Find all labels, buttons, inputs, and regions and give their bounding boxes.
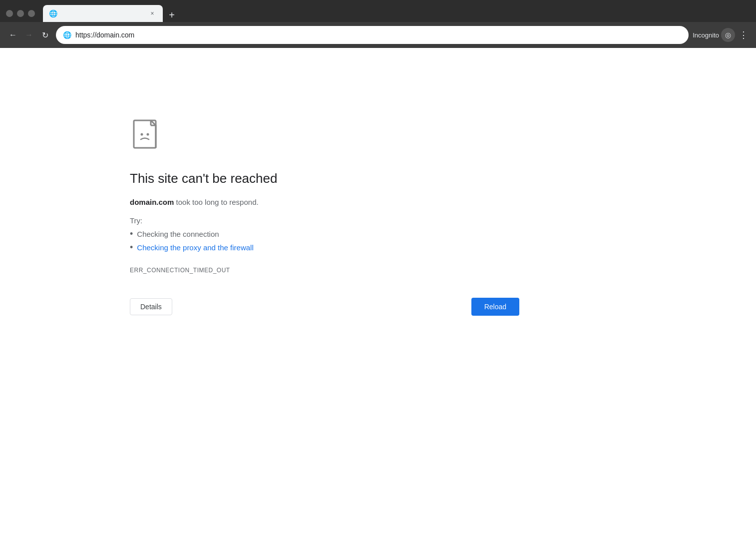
- back-button[interactable]: ←: [6, 28, 20, 42]
- tab-close-button[interactable]: ×: [148, 9, 157, 18]
- error-description: domain.com took too long to respond.: [130, 196, 479, 208]
- svg-rect-0: [134, 120, 156, 148]
- nav-buttons: ← → ↻: [6, 28, 52, 42]
- suggestion-link-proxy[interactable]: Checking the proxy and the firewall: [137, 243, 253, 252]
- error-title: This site can't be reached: [130, 171, 479, 186]
- active-tab[interactable]: 🌐 ×: [43, 5, 163, 22]
- suggestion-text-connection: Checking the connection: [137, 230, 219, 238]
- tab-bar: 🌐 × +: [43, 5, 750, 22]
- error-container: This site can't be reached domain.com to…: [130, 118, 479, 316]
- browser-actions: Incognito ◎ ⋮: [693, 27, 750, 42]
- error-icon: [130, 118, 479, 155]
- suggestion-item-connection: Checking the connection: [130, 229, 479, 239]
- incognito-icon: ◎: [721, 28, 735, 42]
- address-bar: ← → ↻ 🌐 https://domain.com Incognito ◎ ⋮: [0, 22, 756, 48]
- url-bar[interactable]: 🌐 https://domain.com: [56, 26, 689, 44]
- reload-button[interactable]: Reload: [471, 298, 519, 316]
- svg-point-3: [141, 133, 143, 136]
- svg-point-4: [147, 133, 149, 136]
- error-code: ERR_CONNECTION_TIMED_OUT: [130, 267, 479, 274]
- title-bar: 🌐 × +: [0, 0, 756, 22]
- forward-button[interactable]: →: [22, 28, 36, 42]
- error-description-suffix: took too long to respond.: [174, 198, 258, 206]
- browser-chrome: 🌐 × + ← → ↻ 🌐 https://domain.com Incogni…: [0, 0, 756, 48]
- try-label: Try:: [130, 216, 479, 225]
- suggestion-item-proxy: Checking the proxy and the firewall: [130, 242, 479, 253]
- traffic-lights: [6, 10, 35, 17]
- sad-page-icon: [130, 118, 165, 153]
- minimize-traffic-light[interactable]: [17, 10, 24, 17]
- button-row: Details Reload: [130, 298, 519, 316]
- tab-favicon-icon: 🌐: [49, 9, 57, 17]
- incognito-label: Incognito: [693, 31, 719, 39]
- incognito-icon-symbol: ◎: [725, 31, 731, 39]
- suggestions-list: Checking the connection Checking the pro…: [130, 229, 479, 253]
- secure-icon: 🌐: [63, 31, 71, 39]
- menu-button[interactable]: ⋮: [737, 27, 750, 42]
- page-content: This site can't be reached domain.com to…: [0, 48, 756, 558]
- close-traffic-light[interactable]: [6, 10, 13, 17]
- maximize-traffic-light[interactable]: [28, 10, 35, 17]
- details-button[interactable]: Details: [130, 298, 172, 315]
- new-tab-button[interactable]: +: [165, 8, 179, 22]
- error-domain: domain.com: [130, 198, 174, 206]
- reload-button[interactable]: ↻: [38, 28, 52, 42]
- url-text: https://domain.com: [75, 31, 682, 39]
